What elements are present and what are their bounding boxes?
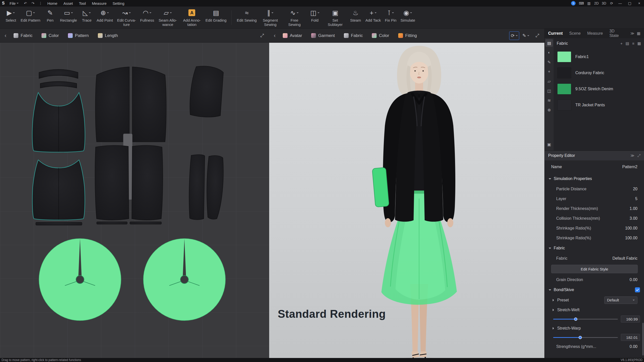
expand-2d-panel-icon[interactable]: ⤢ [257,31,267,40]
toolbar-free-sewing[interactable]: ∿ Free Sewing [282,8,306,28]
toolbar-fix-pin[interactable]: ⊺ Fix Pin [382,8,399,28]
toolbar-segment-sewing[interactable]: ∥ Segment Sewing [258,8,282,28]
account-icon[interactable]: S [571,1,576,6]
toolbar-trace[interactable]: ◺ Trace [78,8,95,28]
toolbar-simulate[interactable]: ◉ Simulate [399,8,417,28]
more-options-icon[interactable]: ≫ [630,153,634,158]
tab-2d-color[interactable]: Color [37,29,63,43]
tab-current[interactable]: Current [548,31,563,36]
menu-asset[interactable]: Asset [60,0,76,7]
section-bond-skive[interactable]: Bond/Skive [545,285,644,295]
toolbar-seam-allowance[interactable]: ▱ Seam Allo-wance [156,8,180,28]
measure-category-icon[interactable]: ▱ [545,77,553,85]
pattern-piece-sleeves[interactable] [189,66,223,220]
stretch-weft-value[interactable]: 160.99 [621,315,640,323]
view-list-icon[interactable]: ▤ [626,41,629,46]
brush-tool-button[interactable]: ✎ [521,31,531,40]
fabric-item-stretch-denim[interactable]: 9.5OZ Stretch Denim [554,81,644,97]
toolbar-set-sublayer[interactable]: ▣ Set Sublayer [323,8,347,28]
toolbar-add-tack[interactable]: + Add Tack [364,8,382,28]
pattern-piece-vest-back[interactable] [32,160,85,225]
reset-layout-icon[interactable]: ⟳ [608,1,615,5]
prop-collision-thickness[interactable]: Collision Thickness(mm) 3.00 [545,213,644,223]
tab-3d-fitting[interactable]: Fitting [394,29,421,43]
more-tabs-icon[interactable]: ≫ [630,31,634,36]
slider-thumb[interactable] [574,318,577,321]
section-fabric[interactable]: Fabric [545,243,644,253]
name-value[interactable]: Pattern2 [622,165,637,169]
render-mode-button[interactable]: ⟳ [509,31,519,40]
pattern-piece-circle-skirt-1[interactable] [39,239,121,321]
tab-3d-state[interactable]: 3D State [609,29,624,38]
toolbar-edit-sewing[interactable]: ≈ Edit Sewing [235,8,258,28]
fabric-item-corduroy[interactable]: Corduroy Fabric [554,65,644,81]
expand-panel-icon[interactable]: ⤢ [637,153,640,158]
edit-fabric-style-button[interactable]: Edit Fabric Style [551,265,638,273]
pattern-piece-circle-skirt-2[interactable] [143,239,225,321]
slider-thumb[interactable] [579,336,582,339]
menu-file[interactable]: File [7,0,22,7]
undo-icon[interactable]: ↶ [22,1,29,5]
stretch-warp-value[interactable]: 182.01 [621,334,640,341]
fabric-item-fabric1[interactable]: Fabric1 [554,49,644,65]
collapse-tabs-icon[interactable]: ‹ [2,31,9,40]
fabric-category-icon[interactable]: ▤ [545,39,553,47]
tab-scene[interactable]: Scene [569,31,581,36]
stitch-category-icon[interactable]: ✎ [545,58,553,66]
view-detail-icon[interactable]: ≡ [632,41,634,46]
toolbar-add-point[interactable]: ⊕ Add Point [95,8,114,28]
toolbar-rectangle[interactable]: ▭ Rectangle [58,8,78,28]
steam-category-icon[interactable]: ≋ [545,97,553,104]
keyboard-shortcuts-icon[interactable]: ⌨ [578,1,585,5]
prop-grain-direction[interactable]: Grain Direction 0.00 [545,275,644,285]
prop-shrinkage-ratio-weft[interactable]: Shrinkage Ratio(%) 100.00 [545,223,644,233]
add-fabric-icon[interactable]: + [620,41,623,46]
tab-2d-fabric[interactable]: Fabric [9,29,37,43]
menu-measure[interactable]: Measure [89,0,109,7]
scrollbar[interactable] [642,323,644,355]
toolbar-edit-grading[interactable]: ▤ Edit Grading [204,8,228,28]
menu-tool[interactable]: Tool [76,0,89,7]
tab-measure[interactable]: Measure [587,31,603,36]
layout-panels-icon[interactable]: ▥ [585,1,593,5]
prop-fabric[interactable]: Fabric Default Fabric [545,253,644,263]
minimize-button[interactable]: — [615,0,625,7]
tab-3d-fabric[interactable]: Fabric [339,29,367,43]
prop-particle-distance[interactable]: Particle Distance 20 [545,184,644,194]
more-actions-icon[interactable]: ⋮ [37,1,44,5]
toolbar-fold[interactable]: ◫ Fold [306,8,323,28]
redo-icon[interactable]: ↷ [29,1,37,5]
toolbar-pen[interactable]: ✎ Pen [42,8,58,28]
section-simulation-properties[interactable]: Simulation Properties [545,173,644,184]
tab-3d-color[interactable]: Color [367,29,394,43]
color-category-icon[interactable]: ◐ [545,49,553,56]
pattern-piece-vest-front[interactable] [32,93,85,152]
tab-2d-length[interactable]: Length [93,29,123,43]
tab-3d-garment[interactable]: Garment [307,29,339,43]
prop-render-thickness[interactable]: Render Thickness(mm) 1.00 [545,204,644,213]
toolbar-select[interactable]: ▶ Select [3,8,19,28]
menu-setting[interactable]: Setting [110,0,128,7]
collapse-tabs-icon[interactable]: ‹ [271,31,278,40]
fabric-item-tr-jacket-pants[interactable]: TR Jacket Pants [554,97,644,113]
preset-select[interactable]: Default [604,296,637,304]
layer-category-icon[interactable]: ◫ [545,87,553,95]
close-button[interactable]: × [634,0,644,7]
prop-shrinkage-ratio-warp[interactable]: Shrinkage Ratio(%) 100.00 [545,233,644,243]
toolbar-steam[interactable]: ♨ Steam [347,8,364,28]
prop-strengthness[interactable]: Strengthness (g*mm... 0.00 [545,342,644,351]
pattern-2d-canvas[interactable] [0,43,269,358]
stretch-weft-slider[interactable] [553,317,618,321]
toolbar-fullness[interactable]: ◠ Fullness [139,8,156,28]
stretch-warp-slider[interactable] [553,336,618,339]
pattern-piece-collar[interactable] [39,69,78,88]
tab-3d-avatar[interactable]: Avatar [278,29,307,43]
toolbar-edit-pattern[interactable]: ▢ Edit Pattern [19,8,42,28]
toolbar-add-annotation[interactable]: A Add Anno-tation [180,8,204,28]
panel-grid-icon[interactable]: ▦ [637,31,640,36]
pin-category-icon[interactable]: ⌖ [545,68,553,75]
pattern-piece-jacket-back[interactable] [95,67,166,142]
view-2d-button[interactable]: 2D [593,1,600,5]
garment-3d-canvas[interactable]: Standard Rendering [269,43,544,358]
bond-skive-checkbox[interactable] [635,287,640,292]
